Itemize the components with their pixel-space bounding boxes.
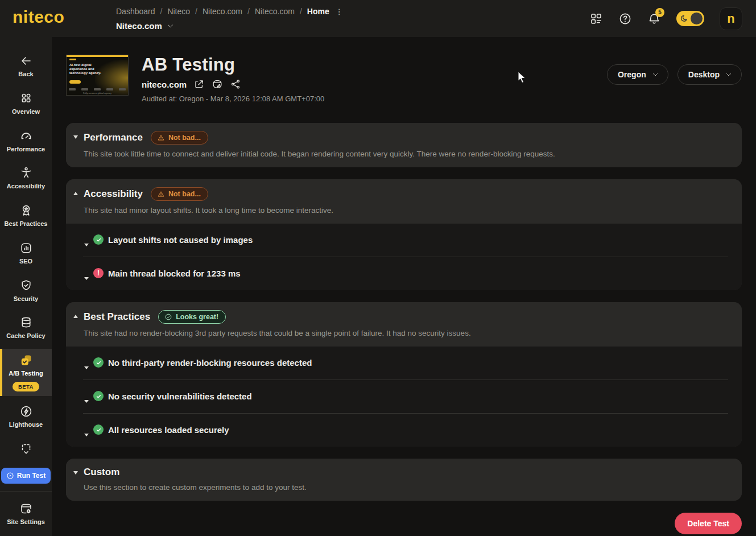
audit-row[interactable]: Layout shifts not caused by images bbox=[66, 224, 742, 257]
status-badge-label: Not bad... bbox=[168, 134, 201, 142]
sidebar-item-cache-policy[interactable]: Cache Policy bbox=[0, 311, 52, 345]
sidebar-item-label: Security bbox=[14, 295, 38, 303]
sidebar-item-best-practices[interactable]: Best Practices bbox=[0, 199, 52, 233]
page-title: AB Testing bbox=[142, 55, 324, 75]
audit-row[interactable]: All resources loaded securely bbox=[66, 414, 742, 447]
breadcrumb-item[interactable]: Niteco bbox=[167, 7, 190, 16]
collapse-triangle-icon[interactable] bbox=[73, 315, 78, 318]
sidebar-item-security[interactable]: Security bbox=[0, 274, 52, 308]
site-selector[interactable]: Niteco.com bbox=[116, 21, 343, 31]
sidebar-item-overview[interactable]: Overview bbox=[0, 87, 52, 121]
site-selector-label: Niteco.com bbox=[116, 21, 162, 31]
section-custom: Custom Use this section to create custom… bbox=[66, 459, 742, 501]
niteco-logo[interactable]: niteco bbox=[13, 7, 64, 27]
database-icon bbox=[19, 316, 33, 329]
delete-test-button[interactable]: Delete Test bbox=[675, 513, 742, 534]
avatar-letter: n bbox=[727, 11, 734, 26]
device-dropdown[interactable]: Desktop bbox=[677, 64, 742, 85]
thumbnail-client-logos bbox=[69, 88, 126, 90]
section-accessibility-header[interactable]: Accessibility Not bad... This site had m… bbox=[66, 179, 742, 224]
sidebar-item-ab-testing[interactable]: A/B Testing BETA bbox=[0, 349, 52, 396]
external-link-icon[interactable] bbox=[193, 79, 205, 90]
region-dropdown-value: Oregon bbox=[618, 70, 646, 79]
chevron-down-icon bbox=[725, 71, 732, 78]
region-dropdown[interactable]: Oregon bbox=[607, 64, 668, 85]
accessibility-person-icon bbox=[19, 166, 33, 180]
section-performance: Performance Not bad... This site took li… bbox=[66, 123, 742, 167]
section-description: This site had no render-blocking 3rd par… bbox=[84, 329, 725, 337]
site-link[interactable]: niteco.com bbox=[142, 80, 187, 89]
collapse-triangle-icon[interactable] bbox=[73, 471, 78, 475]
notifications-bell-icon[interactable]: 5 bbox=[647, 12, 661, 26]
apps-grid-icon[interactable] bbox=[589, 12, 603, 26]
overview-grid-icon bbox=[19, 92, 33, 105]
run-test-label: Run Test bbox=[17, 472, 46, 480]
sidebar-item-accessibility[interactable]: Accessibility bbox=[0, 162, 52, 195]
sidebar-item-back[interactable]: Back bbox=[0, 50, 52, 83]
moon-icon bbox=[679, 14, 689, 24]
pass-check-icon bbox=[93, 357, 104, 368]
section-title: Accessibility bbox=[84, 188, 143, 200]
breadcrumb-more-icon[interactable]: ⋮ bbox=[336, 7, 343, 16]
section-best-practices-header[interactable]: Best Practices Looks great! This site ha… bbox=[66, 302, 742, 347]
play-icon bbox=[6, 472, 14, 480]
sidebar-item-label: Lighthouse bbox=[9, 421, 43, 429]
expand-triangle-icon[interactable] bbox=[84, 366, 89, 369]
chevron-down-icon bbox=[652, 71, 659, 78]
shield-icon bbox=[19, 279, 33, 292]
sidebar-divider bbox=[0, 491, 52, 492]
section-title: Custom bbox=[84, 467, 119, 478]
fail-exclamation-icon: ! bbox=[93, 268, 104, 278]
sidebar-item-performance[interactable]: Performance bbox=[0, 125, 52, 158]
section-performance-header[interactable]: Performance Not bad... This site took li… bbox=[66, 123, 742, 167]
section-description: Use this section to create custom experi… bbox=[84, 483, 725, 492]
sidebar-item-seo[interactable]: SEO bbox=[0, 237, 52, 270]
site-thumbnail[interactable]: AI-first digital experience and technolo… bbox=[66, 55, 129, 96]
audit-row[interactable]: No security vulnerabilities detected bbox=[66, 380, 742, 413]
collapse-triangle-icon[interactable] bbox=[73, 135, 78, 139]
section-description: This site took little time to connect an… bbox=[84, 150, 725, 158]
check-circle-icon bbox=[164, 313, 172, 321]
thumbnail-topbar bbox=[67, 55, 128, 57]
lighthouse-lightning-icon bbox=[19, 405, 33, 418]
expand-triangle-icon[interactable] bbox=[84, 400, 89, 403]
browser-edit-icon[interactable] bbox=[212, 79, 223, 90]
section-best-practices: Best Practices Looks great! This site ha… bbox=[66, 302, 742, 447]
breadcrumb-item[interactable]: Dashboard bbox=[116, 7, 155, 16]
site-settings-icon bbox=[19, 502, 33, 516]
sidebar-item-label: Best Practices bbox=[5, 220, 48, 228]
audit-row-label: Main thread blocked for 1233 ms bbox=[108, 269, 241, 278]
expand-triangle-icon[interactable] bbox=[84, 434, 89, 436]
topbar: niteco Dashboard / Niteco / Niteco.com /… bbox=[0, 0, 756, 37]
breadcrumb-item[interactable]: Niteco.com bbox=[203, 7, 242, 16]
help-icon[interactable] bbox=[618, 12, 632, 26]
breadcrumb-separator: / bbox=[195, 7, 197, 16]
breadcrumb-item[interactable]: Niteco.com bbox=[255, 7, 295, 16]
sidebar-item-label: Cache Policy bbox=[6, 332, 45, 340]
breadcrumb-separator: / bbox=[247, 7, 250, 16]
run-test-button[interactable]: Run Test bbox=[1, 468, 51, 484]
audit-row[interactable]: No third-party render-blocking resources… bbox=[66, 347, 742, 380]
share-icon[interactable] bbox=[230, 79, 241, 90]
sidebar-item-lighthouse[interactable]: Lighthouse bbox=[0, 400, 52, 434]
sidebar-item-site-settings[interactable]: Site Settings bbox=[0, 497, 52, 531]
audit-row-label: No security vulnerabilities detected bbox=[108, 391, 252, 401]
sidebar-collapse-panel[interactable] bbox=[0, 438, 52, 460]
thumbnail-headline: AI-first digital experience and technolo… bbox=[69, 63, 102, 75]
arrow-left-icon bbox=[19, 54, 33, 68]
audit-row-label: No third-party render-blocking resources… bbox=[108, 358, 312, 368]
section-custom-header[interactable]: Custom Use this section to create custom… bbox=[66, 459, 742, 501]
thumbnail-logo bbox=[69, 59, 76, 60]
dark-mode-toggle[interactable] bbox=[676, 11, 704, 26]
chevron-down-icon bbox=[167, 22, 174, 30]
breadcrumb: Dashboard / Niteco / Niteco.com / Niteco… bbox=[116, 6, 343, 31]
thumbnail-caption: Fully-services global agency bbox=[67, 92, 128, 94]
toggle-knob bbox=[691, 13, 703, 24]
sidebar-item-label: Back bbox=[18, 71, 33, 79]
sidebar-item-label: Overview bbox=[12, 108, 40, 116]
expand-triangle-icon[interactable] bbox=[84, 244, 89, 246]
expand-triangle-icon[interactable] bbox=[84, 277, 89, 280]
collapse-triangle-icon[interactable] bbox=[73, 192, 78, 195]
audit-row[interactable]: ! Main thread blocked for 1233 ms bbox=[66, 257, 742, 290]
user-avatar[interactable]: n bbox=[720, 7, 742, 30]
